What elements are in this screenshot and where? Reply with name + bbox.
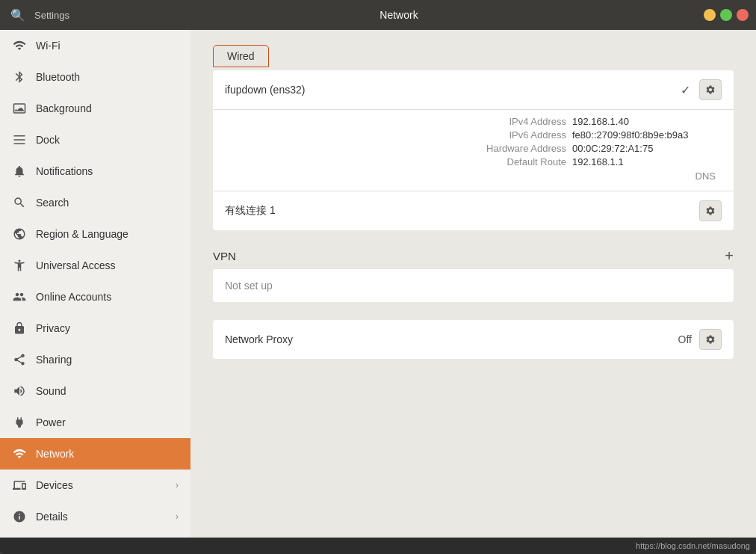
connection-settings-button[interactable]: [699, 79, 722, 100]
sidebar-item-details[interactable]: Details ›: [0, 501, 190, 532]
maximize-button[interactable]: [720, 9, 732, 21]
vpn-add-button[interactable]: +: [725, 248, 734, 263]
proxy-title: Network Proxy: [225, 333, 678, 345]
power-icon: [12, 415, 27, 430]
sidebar-item-background-label: Background: [36, 102, 92, 114]
window-controls: [704, 9, 749, 21]
vpn-card: Not set up: [213, 269, 734, 302]
settings-window: 🔍 Settings Network Wi-Fi Bluetooth: [0, 0, 756, 554]
vpn-not-set-label: Not set up: [225, 280, 273, 292]
proxy-settings-button[interactable]: [699, 329, 722, 350]
route-value: 192.168.1.1: [572, 156, 722, 167]
titlebar: 🔍 Settings Network: [0, 0, 756, 30]
proxy-card[interactable]: Network Proxy Off: [213, 320, 734, 359]
sidebar-item-universal-access[interactable]: Universal Access: [0, 250, 190, 281]
proxy-status: Off: [678, 333, 692, 345]
sidebar: Wi-Fi Bluetooth Background Dock: [0, 30, 190, 538]
universal-access-icon: [12, 258, 27, 273]
ipv6-label: IPv6 Address: [462, 129, 566, 141]
connection-main-row: ifupdown (ens32) ✓: [213, 70, 734, 110]
wired-tab-container: Wired: [213, 45, 734, 67]
sidebar-item-network[interactable]: Network: [0, 438, 190, 470]
sidebar-item-sharing[interactable]: Sharing: [0, 344, 190, 375]
network-icon: [12, 446, 27, 461]
main-panel: Wired ifupdown (ens32) ✓ IPv4 Add: [190, 30, 756, 538]
sidebar-item-bluetooth[interactable]: Bluetooth: [0, 61, 190, 93]
dns-row: DNS: [225, 170, 722, 182]
titlebar-settings-label: Settings: [34, 10, 94, 21]
sound-icon: [12, 384, 27, 398]
notifications-icon: [12, 164, 27, 179]
sidebar-item-region[interactable]: Region & Language: [0, 218, 190, 250]
connection-details: IPv4 Address 192.168.1.40 IPv6 Address f…: [213, 110, 734, 191]
hardware-label: Hardware Address: [462, 143, 566, 154]
dock-icon: [12, 132, 27, 147]
sidebar-item-search-label: Search: [36, 197, 69, 209]
sidebar-item-network-label: Network: [36, 448, 74, 460]
ipv4-value: 192.168.1.40: [572, 116, 722, 127]
sidebar-item-wifi[interactable]: Wi-Fi: [0, 30, 190, 61]
hardware-value: 00:0C:29:72:A1:75: [572, 143, 722, 154]
sidebar-item-bluetooth-label: Bluetooth: [36, 71, 80, 83]
minimize-button[interactable]: [704, 9, 716, 21]
vpn-section-title: VPN: [213, 250, 236, 262]
connection-card: ifupdown (ens32) ✓ IPv4 Address 192.168.…: [213, 70, 734, 230]
sidebar-item-power-label: Power: [36, 416, 66, 428]
sidebar-item-sound-label: Sound: [36, 385, 66, 397]
sidebar-item-universal-access-label: Universal Access: [36, 259, 116, 271]
ipv4-label: IPv4 Address: [462, 116, 566, 127]
sidebar-item-online-accounts[interactable]: Online Accounts: [0, 281, 190, 313]
route-label: Default Route: [462, 156, 566, 167]
connection-check-icon: ✓: [681, 83, 690, 97]
sidebar-item-details-label: Details: [36, 511, 68, 523]
background-icon: [12, 101, 27, 116]
details-icon: [12, 509, 27, 524]
sidebar-item-sound[interactable]: Sound: [0, 375, 190, 407]
secondary-settings-button[interactable]: [699, 200, 722, 221]
sidebar-item-privacy[interactable]: Privacy: [0, 313, 190, 344]
titlebar-search-icon[interactable]: 🔍: [7, 4, 28, 25]
sidebar-item-power[interactable]: Power: [0, 407, 190, 438]
status-url: https://blog.csdn.net/masudong: [636, 541, 750, 550]
sidebar-item-notifications[interactable]: Notifications: [0, 156, 190, 187]
sidebar-item-dock-label: Dock: [36, 134, 60, 146]
sidebar-item-privacy-label: Privacy: [36, 322, 70, 334]
wired-tab[interactable]: Wired: [213, 45, 269, 67]
online-accounts-icon: [12, 289, 27, 304]
sidebar-item-devices[interactable]: Devices ›: [0, 470, 190, 501]
sidebar-item-online-accounts-label: Online Accounts: [36, 291, 111, 303]
devices-icon: [12, 478, 27, 493]
wired-section: Wired ifupdown (ens32) ✓ IPv4 Add: [213, 45, 734, 230]
secondary-connection-name: 有线连接 1: [225, 204, 699, 218]
vpn-section-header: VPN +: [213, 248, 734, 263]
sidebar-item-region-label: Region & Language: [36, 228, 128, 240]
status-bar: https://blog.csdn.net/masudong: [0, 538, 756, 554]
wifi-icon: [12, 38, 27, 53]
proxy-section: Network Proxy Off: [213, 320, 734, 359]
vpn-section: VPN + Not set up: [213, 248, 734, 302]
privacy-icon: [12, 321, 27, 336]
connection-name: ifupdown (ens32): [225, 84, 675, 96]
sidebar-item-wifi-label: Wi-Fi: [36, 40, 61, 52]
main-content: Wi-Fi Bluetooth Background Dock: [0, 30, 756, 538]
sharing-icon: [12, 352, 27, 367]
region-icon: [12, 227, 27, 241]
ipv6-value: fe80::2709:98f0:8b9e:b9a3: [572, 129, 722, 141]
ipv4-row: IPv4 Address 192.168.1.40: [225, 116, 722, 127]
sidebar-item-sharing-label: Sharing: [36, 354, 72, 366]
sidebar-item-search[interactable]: Search: [0, 187, 190, 218]
bluetooth-icon: [12, 70, 27, 84]
hardware-row: Hardware Address 00:0C:29:72:A1:75: [225, 143, 722, 154]
devices-arrow-icon: ›: [176, 480, 179, 490]
secondary-connection-row: 有线连接 1: [213, 191, 734, 230]
search-icon: [12, 195, 27, 210]
details-arrow-icon: ›: [176, 511, 179, 522]
sidebar-item-dock[interactable]: Dock: [0, 124, 190, 156]
dns-label: DNS: [611, 170, 716, 182]
titlebar-title: Network: [94, 9, 704, 21]
sidebar-item-devices-label: Devices: [36, 479, 73, 491]
sidebar-item-notifications-label: Notifications: [36, 165, 93, 177]
ipv6-row: IPv6 Address fe80::2709:98f0:8b9e:b9a3: [225, 129, 722, 141]
sidebar-item-background[interactable]: Background: [0, 93, 190, 124]
close-button[interactable]: [737, 9, 749, 21]
